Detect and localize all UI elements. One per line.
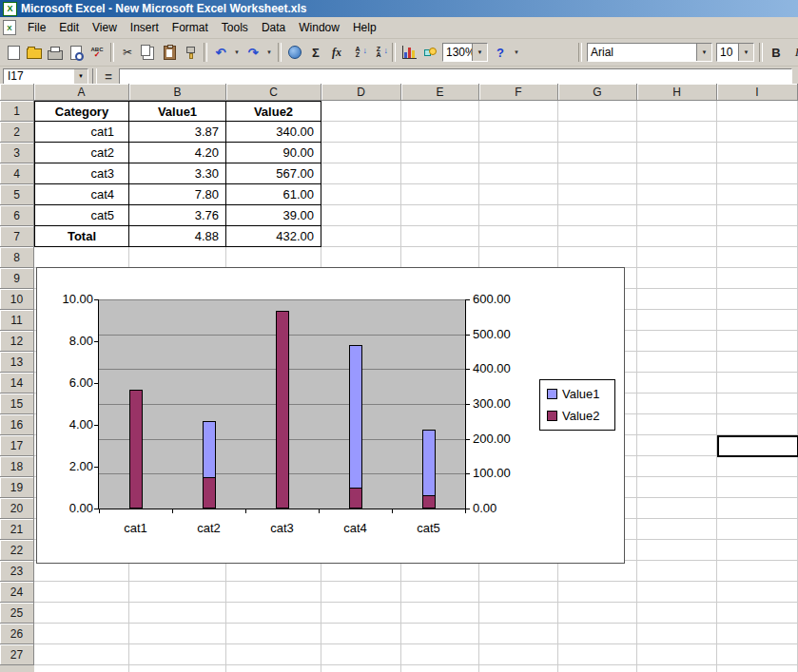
- cell[interactable]: [34, 603, 129, 624]
- cell[interactable]: [479, 624, 558, 644]
- cell[interactable]: [479, 644, 558, 665]
- row-header-17[interactable]: 17: [0, 435, 34, 456]
- row-header-8[interactable]: 8: [0, 247, 34, 268]
- cell[interactable]: [479, 603, 558, 624]
- open-button[interactable]: [24, 42, 45, 63]
- cell[interactable]: [637, 603, 717, 624]
- edit-formula-button[interactable]: =: [101, 68, 116, 84]
- undo-dropdown[interactable]: [231, 42, 243, 63]
- cell[interactable]: [717, 310, 798, 331]
- cell[interactable]: [129, 247, 226, 268]
- menu-file[interactable]: File: [21, 18, 52, 37]
- print-button[interactable]: [45, 42, 66, 63]
- menu-help[interactable]: Help: [346, 18, 383, 37]
- column-header-E[interactable]: E: [401, 84, 479, 101]
- cell[interactable]: [129, 582, 226, 603]
- cell[interactable]: [717, 519, 798, 540]
- cell[interactable]: [717, 247, 798, 268]
- toolbar-options-dropdown[interactable]: [511, 42, 522, 63]
- cell[interactable]: [558, 665, 637, 672]
- embedded-chart[interactable]: 0.002.004.006.008.0010.000.00100.00200.0…: [36, 267, 625, 564]
- cell[interactable]: [321, 582, 401, 603]
- cell[interactable]: [129, 665, 226, 672]
- sort-ascending-button[interactable]: [347, 42, 368, 63]
- cell-A5[interactable]: cat4: [34, 184, 129, 205]
- cell[interactable]: [637, 456, 717, 477]
- cell[interactable]: [479, 205, 558, 226]
- cell[interactable]: [717, 143, 798, 163]
- cell-C1[interactable]: Value2: [226, 101, 321, 122]
- cell-C5[interactable]: 61.00: [226, 184, 321, 205]
- cell[interactable]: [558, 205, 637, 226]
- row-header-11[interactable]: 11: [0, 310, 34, 331]
- cell[interactable]: [401, 644, 479, 665]
- italic-button[interactable]: I: [787, 42, 798, 63]
- cell[interactable]: [558, 184, 637, 205]
- cell[interactable]: [226, 561, 321, 582]
- chart-wizard-button[interactable]: [399, 42, 419, 63]
- cell[interactable]: [637, 624, 717, 644]
- cell[interactable]: [321, 122, 401, 143]
- cell[interactable]: [401, 163, 479, 184]
- cell[interactable]: [321, 143, 401, 163]
- active-cell-I17[interactable]: [717, 435, 798, 457]
- drawing-button[interactable]: [419, 42, 440, 63]
- font-size-combo-dropdown-icon[interactable]: [738, 44, 753, 61]
- row-header-18[interactable]: 18: [0, 456, 34, 477]
- cell[interactable]: [637, 477, 717, 498]
- cell[interactable]: [637, 394, 717, 414]
- cell[interactable]: [321, 603, 401, 624]
- row-header-9[interactable]: 9: [0, 268, 34, 289]
- cell[interactable]: [717, 163, 798, 184]
- row-header-5[interactable]: 5: [0, 184, 34, 205]
- cell[interactable]: [226, 247, 321, 268]
- cell[interactable]: [401, 582, 479, 603]
- column-header-F[interactable]: F: [479, 84, 558, 101]
- cell[interactable]: [637, 101, 717, 122]
- cell[interactable]: [34, 624, 129, 644]
- cell[interactable]: [717, 540, 798, 561]
- cut-button[interactable]: ✂: [117, 42, 138, 63]
- cell[interactable]: [717, 456, 798, 477]
- cell[interactable]: [321, 226, 401, 247]
- cell[interactable]: [717, 268, 798, 289]
- cell[interactable]: [226, 603, 321, 624]
- cell[interactable]: [321, 644, 401, 665]
- cell-C7[interactable]: 432.00: [226, 226, 321, 247]
- cell[interactable]: [558, 122, 637, 143]
- cell[interactable]: [717, 289, 798, 310]
- insert-hyperlink-button[interactable]: [284, 42, 305, 63]
- cell[interactable]: [558, 603, 637, 624]
- cell[interactable]: [401, 603, 479, 624]
- cell[interactable]: [637, 498, 717, 519]
- menu-insert[interactable]: Insert: [124, 18, 165, 37]
- cell[interactable]: [226, 644, 321, 665]
- cell-C3[interactable]: 90.00: [226, 143, 321, 163]
- row-header-27[interactable]: 27: [0, 644, 34, 665]
- cell-C4[interactable]: 567.00: [226, 163, 321, 184]
- cell-B1[interactable]: Value1: [129, 101, 226, 122]
- row-header-25[interactable]: 25: [0, 603, 34, 624]
- cell[interactable]: [558, 644, 637, 665]
- row-header-15[interactable]: 15: [0, 394, 34, 414]
- menu-edit[interactable]: Edit: [52, 18, 86, 37]
- cell[interactable]: [717, 101, 798, 122]
- row-header-4[interactable]: 4: [0, 163, 34, 184]
- new-document-button[interactable]: [3, 42, 24, 63]
- cell[interactable]: [321, 101, 401, 122]
- cell[interactable]: [34, 665, 129, 672]
- cell-A3[interactable]: cat2: [34, 143, 129, 163]
- cell[interactable]: [637, 352, 717, 373]
- cell[interactable]: [479, 101, 558, 122]
- cell[interactable]: [226, 582, 321, 603]
- menu-data[interactable]: Data: [255, 18, 292, 37]
- menu-view[interactable]: View: [86, 18, 124, 37]
- cell[interactable]: [34, 644, 129, 665]
- row-header-24[interactable]: 24: [0, 582, 34, 603]
- cell[interactable]: [717, 122, 798, 143]
- font-size-combo[interactable]: 10: [716, 43, 754, 62]
- column-header-A[interactable]: A: [34, 84, 129, 101]
- column-header-C[interactable]: C: [226, 84, 321, 101]
- cell[interactable]: [479, 226, 558, 247]
- help-button[interactable]: ?: [490, 42, 511, 63]
